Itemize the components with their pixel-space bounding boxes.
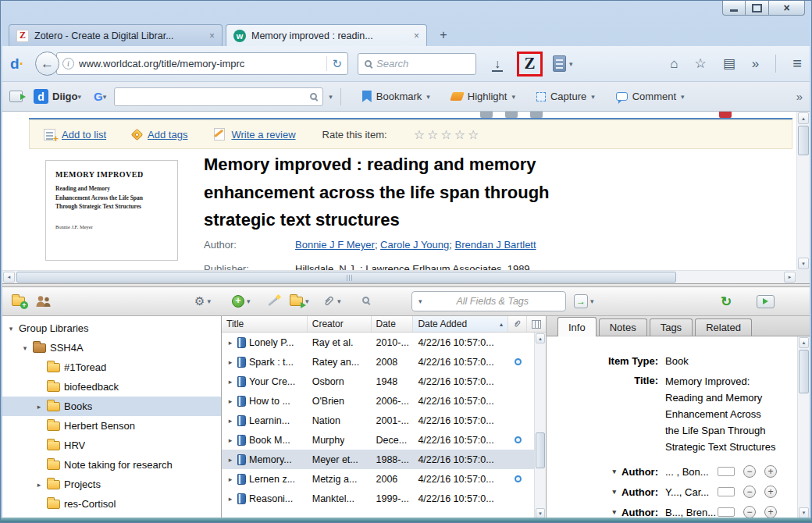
new-item-button[interactable]: +▾ xyxy=(232,287,251,315)
remove-creator-button[interactable]: − xyxy=(743,465,756,478)
creator-value[interactable]: B..., Bren... xyxy=(665,507,718,518)
item-row[interactable]: ▸ Spark : t... Ratey an... 2008 4/22/16 … xyxy=(222,352,546,372)
search-input[interactable] xyxy=(376,58,469,69)
creator-twisty-icon[interactable]: ▾ xyxy=(613,508,617,516)
item-twisty-icon[interactable]: ▸ xyxy=(226,339,234,347)
item-type-value[interactable]: Book xyxy=(665,354,689,369)
star-icon[interactable]: ☆ xyxy=(440,127,451,142)
column-header-date-added[interactable]: Date Added▴ xyxy=(413,316,508,332)
page-author-link[interactable]: Carole J Young xyxy=(380,239,449,251)
item-row[interactable]: ▸ Lernen z... Metzig a... 2006 4/22/16 1… xyxy=(222,469,546,489)
creator-switch-box[interactable] xyxy=(718,487,735,496)
reload-icon[interactable]: ↻ xyxy=(332,57,342,71)
diigo-brand-label[interactable]: Diigo xyxy=(52,91,78,102)
item-twisty-icon[interactable]: ▸ xyxy=(226,436,234,444)
add-by-identifier-button[interactable] xyxy=(268,287,281,315)
star-icon[interactable]: ☆ xyxy=(414,127,425,142)
collection-row[interactable]: Herbert Benson xyxy=(2,416,221,436)
menu-icon[interactable]: ≡ xyxy=(792,55,802,73)
item-row[interactable]: ▸ Book M... Murphy Dece... 4/22/16 10:57… xyxy=(222,430,546,450)
collection-row[interactable]: ▸ Books xyxy=(2,397,221,416)
collection-row[interactable]: ▾ Group Libraries xyxy=(2,318,221,338)
item-twisty-icon[interactable]: ▸ xyxy=(226,378,234,386)
diigo-toolbar-button[interactable]: Bookmark ▾ xyxy=(362,91,430,102)
creator-twisty-icon[interactable]: ▾ xyxy=(613,488,617,496)
star-icon[interactable]: ☆ xyxy=(427,127,438,142)
item-twisty-icon[interactable]: ▸ xyxy=(226,456,234,464)
column-header-attachments[interactable] xyxy=(508,316,527,332)
remove-creator-button[interactable]: − xyxy=(743,486,756,498)
scroll-down-icon[interactable]: ▾ xyxy=(799,507,809,518)
diigo-logo-icon[interactable]: d xyxy=(34,89,48,104)
new-collection-button[interactable] xyxy=(12,287,25,315)
collection-row[interactable]: HRV xyxy=(2,436,221,455)
collection-row[interactable]: biofeedback xyxy=(2,377,221,397)
scroll-up-icon[interactable]: ▴ xyxy=(798,112,809,124)
column-picker-button[interactable] xyxy=(527,316,546,332)
url-input[interactable] xyxy=(79,58,322,69)
scroll-right-icon[interactable]: ▸ xyxy=(784,272,796,283)
restore-button[interactable] xyxy=(746,1,769,16)
home-icon[interactable]: ⌂ xyxy=(670,56,678,72)
tab-close-icon[interactable]: × xyxy=(414,30,419,41)
scroll-up-icon[interactable]: ▴ xyxy=(799,337,809,348)
url-bar[interactable]: i ↻ xyxy=(56,52,348,75)
scrollbar-thumb[interactable] xyxy=(16,272,676,283)
diigo-toolbar-button[interactable]: Capture ▾ xyxy=(536,91,595,102)
new-tab-button[interactable]: + xyxy=(433,27,454,44)
add-to-list-link[interactable]: Add to list xyxy=(62,129,106,141)
item-row[interactable]: ▸ How to ... O'Brien 2006-... 4/22/16 10… xyxy=(222,391,546,411)
scrollbar-thumb[interactable] xyxy=(799,350,809,393)
site-info-icon[interactable]: i xyxy=(62,58,74,69)
collection-row[interactable]: ▸ Projects xyxy=(2,475,221,494)
firefox-search-box[interactable] xyxy=(358,53,476,75)
twisty-icon[interactable]: ▸ xyxy=(35,481,43,489)
close-button[interactable]: × xyxy=(769,1,805,16)
search-options-caret-icon[interactable]: ▾ xyxy=(418,297,422,305)
locate-button[interactable]: →▾ xyxy=(574,287,594,315)
chevron-down-icon[interactable]: ▾ xyxy=(103,93,107,101)
add-creator-button[interactable]: + xyxy=(764,465,777,478)
star-icon[interactable]: ☆ xyxy=(468,127,479,142)
item-row[interactable]: ▸ Reasoni... Manktel... 1999-... 4/22/16… xyxy=(222,489,546,508)
items-scrollbar[interactable]: ▴ ▾ xyxy=(534,333,546,519)
add-creator-button[interactable]: + xyxy=(764,506,777,518)
minimize-button[interactable] xyxy=(722,1,746,16)
item-row[interactable]: ▸ Learnin... Nation 2001-... 4/22/16 10:… xyxy=(222,411,546,430)
toggle-pane-button[interactable] xyxy=(757,287,775,315)
item-pane-tab[interactable]: Notes xyxy=(599,318,647,336)
page-horizontal-scrollbar[interactable]: ◂ ▸ xyxy=(2,270,796,283)
write-review-action[interactable]: Write a review xyxy=(214,128,295,141)
google-icon[interactable]: G xyxy=(94,90,103,103)
creator-value[interactable]: ... , Bon... xyxy=(665,466,718,478)
diigo-search-input[interactable] xyxy=(120,91,310,102)
collection-row[interactable]: Note taking for research xyxy=(2,455,221,475)
bookmark-star-icon[interactable]: ☆ xyxy=(695,55,707,72)
zotero-toolbar-button[interactable]: Z xyxy=(517,52,543,76)
add-attachment-button[interactable]: ▾ xyxy=(322,287,341,315)
scrollbar-thumb[interactable] xyxy=(536,432,545,468)
page-vertical-scrollbar[interactable]: ▴ ▾ xyxy=(796,112,810,270)
twisty-icon[interactable]: ▾ xyxy=(7,325,15,333)
creator-twisty-icon[interactable]: ▾ xyxy=(613,468,617,475)
chevron-down-icon[interactable]: ▾ xyxy=(569,60,573,68)
creator-switch-box[interactable] xyxy=(718,507,735,517)
advanced-search-button[interactable] xyxy=(361,287,372,315)
actions-menu-button[interactable]: ⚙▾ xyxy=(194,287,211,315)
diigo-search-box[interactable] xyxy=(114,87,323,106)
sync-button[interactable]: ↻ xyxy=(721,287,732,315)
page-author-link[interactable]: Brendan J Bartlett xyxy=(455,239,536,251)
creator-value[interactable]: Y..., Car... xyxy=(665,486,718,498)
scroll-up-icon[interactable]: ▴ xyxy=(536,333,545,343)
info-title-value[interactable]: Memory Improved:Reading and MemoryEnhanc… xyxy=(665,373,775,455)
browser-tab-worldcat[interactable]: w Memory improved : readin... × xyxy=(226,24,427,46)
new-group-button[interactable] xyxy=(35,287,52,315)
column-header-creator[interactable]: Creator xyxy=(308,316,372,332)
write-review-link[interactable]: Write a review xyxy=(231,129,295,141)
diigo-toolbar-button[interactable]: Comment ▾ xyxy=(616,91,685,102)
column-header-title[interactable]: Title xyxy=(222,316,308,332)
downloads-button[interactable]: ↓ xyxy=(489,57,506,71)
collection-row[interactable]: res-Cortisol xyxy=(2,494,221,514)
new-child-item-button[interactable]: ▾ xyxy=(290,287,309,315)
sidebar-toggle-icon[interactable] xyxy=(9,91,23,102)
